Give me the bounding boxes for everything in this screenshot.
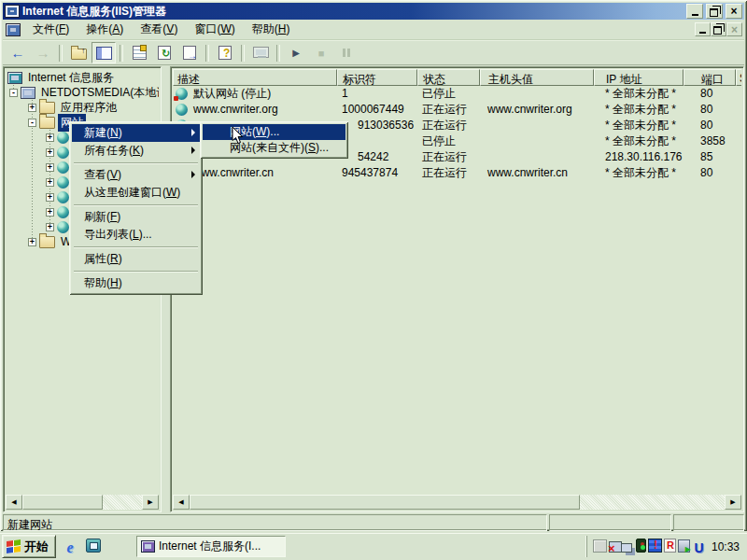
child-close-button[interactable] (726, 22, 742, 36)
quick-launch-show-desktop[interactable] (84, 536, 103, 554)
clock: 10:33 (712, 540, 740, 553)
column-header[interactable]: 标识符 (337, 69, 417, 86)
status-panel (673, 514, 744, 531)
taskbar-button-iis[interactable]: Internet 信息服务(I... (136, 536, 286, 557)
context-menu-item[interactable]: 新建(N) (72, 124, 200, 142)
input-method-icon[interactable] (593, 539, 607, 553)
expander-plus-icon[interactable]: + (46, 133, 54, 142)
submenu-item[interactable]: 网站(来自文件)(S)... (203, 140, 345, 156)
submenu-item[interactable]: 网站(W)... (203, 124, 345, 140)
column-header[interactable]: IP 地址 (594, 69, 684, 86)
globe-icon (57, 161, 69, 174)
menu-separator (74, 271, 198, 272)
folder-icon (39, 117, 55, 129)
minimize-button[interactable] (686, 4, 703, 19)
globe-icon (57, 221, 69, 233)
context-menu-item[interactable]: 所有任务(K) (72, 142, 200, 160)
menubar-item[interactable]: 查看(V) (132, 19, 186, 40)
quick-launch (56, 536, 103, 557)
server-play-icon[interactable] (678, 539, 690, 553)
start-label: 开始 (24, 539, 49, 555)
column-header[interactable]: 主机头值 (480, 69, 594, 86)
expander-minus-icon[interactable]: - (28, 119, 36, 127)
back-button[interactable] (6, 42, 30, 63)
help-button[interactable] (213, 42, 237, 63)
expander-plus-icon[interactable]: + (46, 163, 54, 172)
menubar-item[interactable]: 文件(F) (24, 19, 78, 40)
tree-horizontal-scrollbar[interactable] (6, 495, 159, 510)
child-restore-button[interactable] (711, 22, 726, 36)
menubar-item[interactable]: 操作(A) (78, 19, 132, 40)
menubar-item[interactable]: 帮助(H) (244, 19, 299, 40)
column-header[interactable]: 描述 (173, 69, 337, 86)
menubar-item[interactable]: 窗口(W) (186, 19, 243, 40)
column-header[interactable]: 状态 (417, 69, 480, 86)
antivirus-icon[interactable] (664, 539, 676, 553)
menu-bar: 文件(F)操作(A)查看(V)窗口(W)帮助(H) (3, 20, 744, 40)
start-item-button[interactable] (284, 42, 308, 63)
start-item-icon (288, 46, 304, 61)
network-disconnected-icon[interactable] (609, 541, 622, 553)
pause-item-button[interactable] (334, 42, 359, 63)
close-button[interactable] (726, 4, 742, 19)
expander-minus-icon[interactable]: - (9, 89, 18, 97)
network-icon[interactable] (621, 543, 632, 553)
column-header[interactable]: SS (736, 69, 741, 86)
properties-button[interactable] (127, 42, 151, 63)
traffic-light-icon[interactable] (636, 539, 646, 553)
firewall-alert-icon[interactable] (648, 539, 662, 553)
scrollbar-thumb[interactable] (22, 495, 103, 510)
pause-item-icon (343, 49, 350, 57)
expander-plus-icon[interactable]: + (28, 238, 36, 246)
context-menu-item[interactable]: 导出列表(L)... (72, 226, 200, 244)
forward-button[interactable] (31, 42, 55, 63)
folder-icon (39, 102, 55, 114)
table-row[interactable]: 默认网站 (停止)1已停止* 全部未分配 *80 (173, 86, 741, 102)
scrollbar-track[interactable] (580, 495, 725, 510)
expander-plus-icon[interactable]: + (46, 223, 54, 231)
context-menu-item[interactable]: 属性(R) (72, 250, 200, 268)
expander-plus-icon[interactable]: + (28, 104, 36, 112)
context-menu-item[interactable]: 查看(V) (72, 166, 200, 184)
scroll-left-button[interactable] (6, 495, 22, 510)
column-header[interactable]: 端口 (684, 69, 736, 86)
start-button[interactable]: 开始 (2, 535, 56, 558)
stop-item-button[interactable] (309, 42, 333, 63)
quick-launch-internet-explorer[interactable] (61, 539, 79, 557)
restore-icon (710, 8, 718, 17)
scroll-right-button[interactable] (142, 495, 159, 510)
export-list-button[interactable] (177, 42, 202, 63)
system-tray: 10:33 (586, 536, 745, 557)
table-row[interactable]: www.cnwriter.org1000067449正在运行www.cnwrit… (173, 102, 741, 118)
scrollbar-track[interactable] (103, 495, 142, 510)
properties-icon (133, 46, 147, 60)
cell-ssl (736, 149, 741, 165)
scrollbar-thumb[interactable] (190, 495, 580, 510)
expander-plus-icon[interactable]: + (46, 193, 54, 202)
show-panes-button[interactable] (92, 42, 116, 63)
computer-button[interactable] (248, 42, 273, 63)
menu-item-label: 导出列表(L)... (84, 228, 152, 241)
scroll-left-button[interactable] (173, 495, 190, 510)
expander-plus-icon[interactable]: + (46, 178, 54, 187)
title-bar[interactable]: Internet 信息服务(IIS)管理器 (3, 3, 744, 20)
refresh-button[interactable] (152, 42, 176, 63)
toolbar-separator (59, 45, 63, 62)
list-horizontal-scrollbar[interactable] (173, 495, 741, 510)
expander-plus-icon[interactable]: + (46, 208, 54, 217)
context-menu-item[interactable]: 帮助(H) (72, 274, 200, 292)
up-folder-button[interactable] (66, 42, 91, 63)
expander-plus-icon[interactable]: + (46, 148, 54, 157)
computer-icon (253, 47, 269, 58)
cell-ip: * 全部未分配 * (594, 165, 684, 181)
context-menu-item[interactable]: 刷新(F) (72, 208, 200, 226)
scroll-right-button[interactable] (725, 495, 741, 510)
context-menu-item[interactable]: 从这里创建窗口(W) (72, 184, 200, 202)
child-minimize-button[interactable] (695, 22, 711, 36)
restore-button[interactable] (706, 4, 723, 19)
minimize-icon (699, 32, 706, 34)
ultraedit-icon[interactable] (692, 540, 706, 554)
minimize-icon (692, 14, 698, 16)
cell-ip: 218.30.116.176 (594, 149, 684, 165)
table-row[interactable]: www.cnwriter.cn945437874正在运行www.cnwriter… (173, 165, 741, 181)
